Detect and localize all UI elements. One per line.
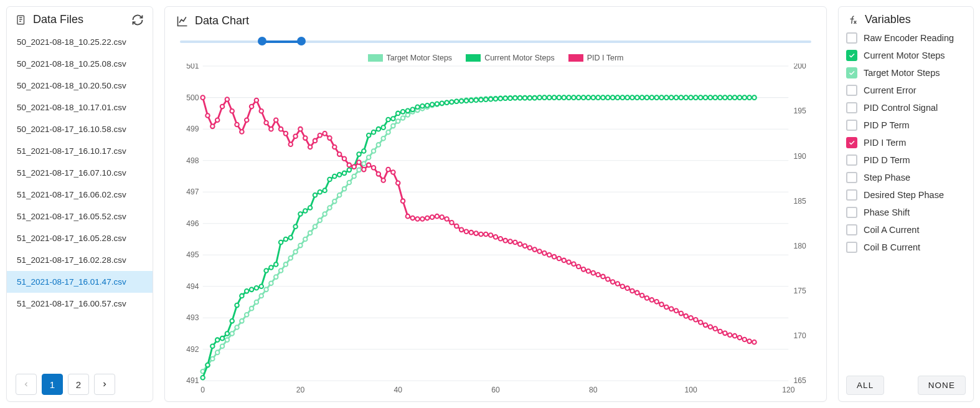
file-row[interactable]: 51_2021-08-17_16.00.57.csv — [7, 293, 153, 315]
variable-row[interactable]: Current Error — [846, 85, 966, 96]
variable-row[interactable]: PID Control Signal — [846, 102, 966, 113]
range-slider[interactable] — [180, 35, 811, 49]
svg-point-248 — [669, 95, 674, 100]
variable-checkbox[interactable] — [846, 67, 857, 78]
variable-row[interactable]: PID I Term — [846, 137, 966, 148]
svg-point-291 — [323, 131, 327, 136]
file-row[interactable]: 51_2021-08-17_16.02.28.csv — [7, 249, 153, 271]
page-prev-button[interactable] — [16, 374, 37, 395]
svg-point-276 — [250, 105, 254, 109]
variable-row[interactable]: PID P Term — [846, 120, 966, 131]
file-row[interactable]: 51_2021-08-17_16.07.10.csv — [7, 162, 153, 184]
file-row[interactable]: 51_2021-08-17_16.05.52.csv — [7, 206, 153, 227]
select-none-button[interactable]: NONE — [918, 376, 966, 395]
svg-point-367 — [694, 318, 698, 322]
page-next-button[interactable] — [94, 374, 115, 395]
svg-point-347 — [596, 273, 600, 277]
file-row[interactable]: 50_2021-08-18_10.20.50.csv — [7, 75, 153, 97]
variable-row[interactable]: Desired Step Phase — [846, 189, 966, 201]
select-all-button[interactable]: ALL — [846, 376, 884, 395]
svg-point-223 — [547, 95, 552, 100]
variable-checkbox[interactable] — [846, 50, 857, 61]
file-row[interactable]: 50_2021-08-18_10.17.01.csv — [7, 97, 153, 118]
svg-point-354 — [630, 289, 634, 293]
variable-row[interactable]: Current Motor Steps — [846, 50, 966, 61]
legend-item[interactable]: Current Motor Steps — [466, 54, 555, 62]
variable-checkbox[interactable] — [846, 32, 857, 44]
svg-point-305 — [391, 170, 395, 174]
svg-point-178 — [327, 178, 332, 182]
variable-checkbox[interactable] — [846, 207, 857, 218]
variable-row[interactable]: Target Motor Steps — [846, 67, 966, 78]
svg-point-210 — [484, 97, 488, 102]
legend-item[interactable]: Target Motor Steps — [368, 54, 453, 62]
variable-row[interactable]: Raw Encoder Reading — [846, 32, 966, 44]
variable-row[interactable]: Step Phase — [846, 172, 966, 183]
svg-point-217 — [518, 96, 522, 100]
variable-checkbox[interactable] — [846, 102, 857, 113]
svg-point-230 — [582, 95, 586, 100]
svg-point-259 — [723, 95, 727, 100]
legend-item[interactable]: PID I Term — [568, 54, 624, 62]
svg-point-376 — [738, 336, 742, 340]
variable-checkbox[interactable] — [846, 137, 857, 148]
svg-point-163 — [255, 286, 259, 290]
svg-point-62 — [318, 218, 323, 222]
svg-point-50 — [259, 294, 263, 298]
svg-point-272 — [230, 109, 234, 113]
variable-checkbox[interactable] — [846, 85, 857, 96]
svg-point-202 — [445, 100, 449, 105]
variable-checkbox[interactable] — [846, 224, 857, 235]
variable-row[interactable]: Coil A Current — [846, 224, 966, 235]
file-row[interactable]: 51_2021-08-17_16.06.02.csv — [7, 184, 153, 206]
svg-text:492: 492 — [186, 345, 199, 354]
refresh-icon[interactable] — [131, 14, 144, 26]
svg-text:501: 501 — [186, 64, 199, 70]
svg-point-67 — [342, 187, 347, 191]
svg-point-208 — [474, 98, 478, 102]
variable-row[interactable]: PID D Term — [846, 154, 966, 166]
slider-handle-from[interactable] — [258, 37, 266, 45]
svg-point-69 — [352, 174, 356, 179]
file-row[interactable]: 50_2021-08-18_10.25.08.csv — [7, 53, 153, 75]
variable-row[interactable]: Phase Shift — [846, 207, 966, 218]
svg-point-190 — [386, 118, 390, 122]
svg-point-184 — [357, 152, 361, 156]
svg-point-254 — [699, 95, 703, 100]
variable-row[interactable]: Coil B Current — [846, 242, 966, 253]
file-row[interactable]: 51_2021-08-17_16.01.47.csv — [7, 271, 153, 293]
slider-handle-to[interactable] — [297, 37, 306, 45]
svg-point-154 — [210, 344, 215, 348]
page-button-2[interactable]: 2 — [68, 374, 89, 395]
svg-point-267 — [205, 113, 210, 118]
svg-point-365 — [684, 314, 688, 318]
variable-checkbox[interactable] — [846, 242, 857, 253]
svg-point-179 — [332, 174, 337, 179]
file-row[interactable]: 51_2021-08-17_16.10.17.csv — [7, 140, 153, 162]
svg-point-74 — [377, 143, 381, 147]
svg-point-195 — [410, 108, 415, 112]
file-row[interactable]: 50_2021-08-18_10.25.22.csv — [7, 31, 153, 53]
file-row[interactable]: 51_2021-08-17_16.05.28.csv — [7, 227, 153, 249]
chevron-left-icon — [22, 381, 30, 388]
svg-point-363 — [674, 308, 679, 313]
svg-point-339 — [557, 257, 562, 261]
svg-point-168 — [279, 240, 283, 245]
variable-checkbox[interactable] — [846, 154, 857, 166]
chart-canvas[interactable]: 4914924934944954964974984995005011651701… — [176, 64, 815, 396]
svg-text:195: 195 — [793, 107, 806, 115]
svg-point-340 — [562, 259, 566, 263]
svg-point-161 — [245, 289, 249, 293]
variable-checkbox[interactable] — [846, 189, 857, 201]
svg-point-207 — [469, 98, 474, 103]
svg-point-379 — [752, 340, 756, 344]
svg-point-212 — [494, 97, 498, 101]
variable-checkbox[interactable] — [846, 120, 857, 131]
svg-point-203 — [450, 100, 454, 104]
svg-point-229 — [577, 95, 581, 100]
file-row[interactable]: 50_2021-08-17_16.10.58.csv — [7, 118, 153, 140]
page-button-1[interactable]: 1 — [42, 374, 63, 395]
variable-checkbox[interactable] — [846, 172, 857, 183]
svg-point-60 — [308, 231, 313, 235]
svg-point-219 — [528, 96, 532, 100]
